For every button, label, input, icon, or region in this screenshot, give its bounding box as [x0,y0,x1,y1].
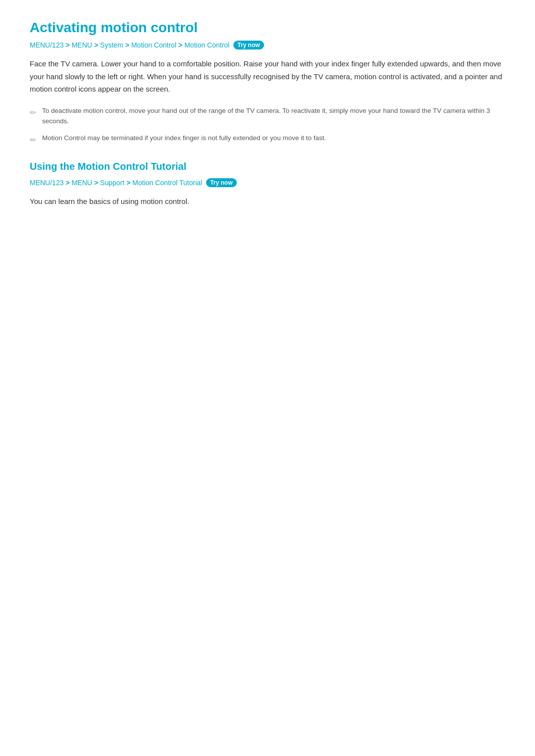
breadcrumb-item-motion-control-2[interactable]: Motion Control [184,41,229,49]
breadcrumb2-separator-2: > [94,179,98,187]
notes-list-section1: ✏ To deactivate motion control, move you… [30,105,505,147]
breadcrumb-item-motion-control[interactable]: Motion Control [131,41,176,49]
breadcrumb-section2: MENU/123 > MENU > Support > Motion Contr… [30,178,505,187]
note-text-1: To deactivate motion control, move your … [42,105,505,127]
note-text-2: Motion Control may be terminated if your… [42,133,326,144]
breadcrumb2-separator-3: > [126,179,130,187]
section1-description: Face the TV camera. Lower your hand to a… [30,57,505,96]
breadcrumb2-separator-1: > [65,179,69,187]
try-now-badge-section2[interactable]: Try now [206,178,236,187]
note-item-2: ✏ Motion Control may be terminated if yo… [30,133,505,147]
pencil-icon-2: ✏ [30,134,36,147]
breadcrumb-separator: > [94,41,98,49]
section2-description: You can learn the basics of using motion… [30,195,505,208]
page-title: Activating motion control [30,20,505,36]
try-now-badge-section1[interactable]: Try now [233,41,264,50]
breadcrumb2-item-tutorial[interactable]: Motion Control Tutorial [132,179,202,187]
breadcrumb2-item-menu[interactable]: MENU [72,179,92,187]
breadcrumb2-item-menu123[interactable]: MENU/123 [30,179,63,187]
breadcrumb-separator: > [125,41,129,49]
breadcrumb-section1: MENU/123 > MENU > System > Motion Contro… [30,41,505,50]
breadcrumb-item-menu[interactable]: MENU [72,41,92,49]
pencil-icon-1: ✏ [30,106,36,119]
breadcrumb-item-system[interactable]: System [100,41,123,49]
breadcrumb-separator: > [178,41,182,49]
section2-title: Using the Motion Control Tutorial [30,161,505,172]
note-item-1: ✏ To deactivate motion control, move you… [30,105,505,127]
breadcrumb2-item-support[interactable]: Support [100,179,124,187]
breadcrumb-separator: > [65,41,69,49]
breadcrumb-item-menu123[interactable]: MENU/123 [30,41,63,49]
